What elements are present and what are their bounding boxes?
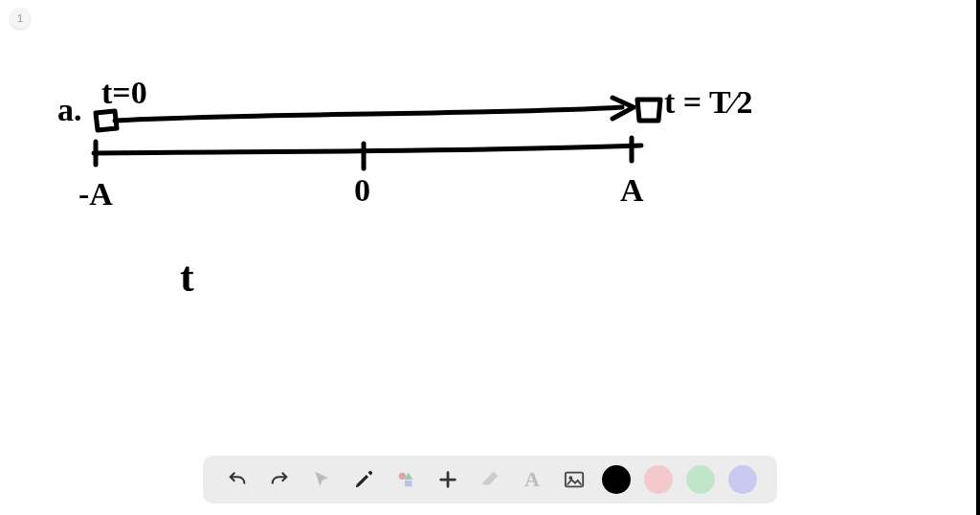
axis-center-label: 0	[354, 172, 370, 209]
image-tool[interactable]	[558, 463, 590, 496]
left-time-label: t=0	[101, 75, 147, 111]
color-green[interactable]	[684, 463, 717, 496]
right-time-label: t = T⁄2	[664, 84, 752, 121]
move-tool[interactable]	[432, 463, 464, 496]
eraser-tool[interactable]	[474, 463, 506, 496]
text-icon: A	[524, 467, 540, 492]
color-purple[interactable]	[726, 463, 759, 496]
shapes-icon	[395, 469, 416, 490]
right-edge-decoration	[976, 0, 980, 515]
plus-icon	[437, 469, 458, 490]
text-tool[interactable]: A	[516, 463, 548, 496]
swatch-green-icon	[686, 465, 715, 494]
pointer-icon	[312, 470, 331, 489]
swatch-purple-icon	[728, 465, 757, 494]
image-icon	[563, 469, 586, 490]
pen-icon	[353, 469, 374, 490]
axis-right-label: A	[620, 172, 644, 209]
color-pink[interactable]	[642, 463, 675, 496]
part-label: a.	[57, 92, 82, 128]
drawing-toolbar: A	[203, 456, 777, 504]
color-black[interactable]	[600, 463, 633, 496]
swatch-black-icon	[602, 465, 631, 494]
redo-button[interactable]	[263, 463, 296, 496]
swatch-pink-icon	[644, 465, 673, 494]
pointer-tool[interactable]	[305, 463, 338, 496]
pen-tool[interactable]	[347, 463, 380, 496]
shapes-tool[interactable]	[390, 463, 422, 496]
floating-t-label: t	[180, 253, 194, 302]
whiteboard-canvas[interactable]: a. t=0 t = T⁄2 -A 0 A t	[0, 0, 980, 515]
redo-icon	[269, 469, 290, 490]
undo-icon	[227, 469, 248, 490]
undo-button[interactable]	[221, 463, 254, 496]
svg-rect-2	[405, 481, 412, 486]
axis-left-label: -A	[78, 176, 113, 213]
eraser-icon	[479, 469, 501, 490]
